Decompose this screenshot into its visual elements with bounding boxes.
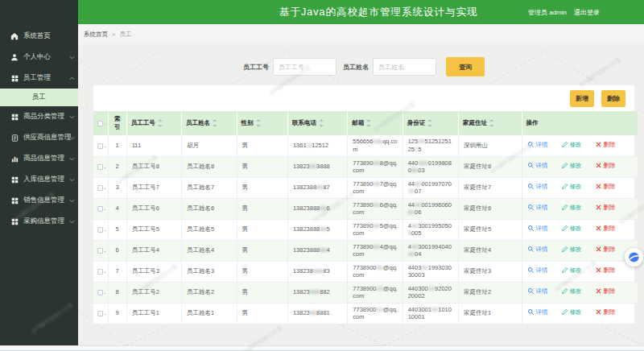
sort-caret-icon[interactable] — [489, 119, 494, 127]
edit-link[interactable]: 修改 — [561, 162, 582, 169]
edit-link[interactable]: 修改 — [561, 183, 582, 190]
detail-link[interactable]: 详情 — [527, 266, 548, 274]
delete-link[interactable]: 删除 — [595, 141, 616, 148]
detail-link-icon — [527, 225, 535, 232]
sort-caret-icon[interactable] — [158, 119, 163, 127]
sort-caret-icon[interactable] — [256, 119, 261, 127]
delete-link[interactable]: 删除 — [595, 246, 616, 253]
detail-link[interactable]: 详情 — [527, 141, 548, 148]
cell-employee-name: 员工姓名7 — [182, 177, 237, 198]
delete-link[interactable]: 删除 — [595, 183, 616, 190]
detail-link[interactable]: 详情 — [527, 204, 548, 211]
delete-link[interactable]: 删除 — [595, 266, 616, 274]
sidebar-item-purchase-mgmt[interactable]: 采购信息管理 — [0, 211, 78, 232]
delete-link[interactable]: 删除 — [595, 225, 616, 232]
table-row: 1111胡月男136111125125566565@qq.com12555512… — [93, 135, 638, 156]
column-header-phone[interactable]: 联系电话 — [287, 111, 347, 135]
logout-link[interactable]: 退出登录 — [574, 8, 600, 17]
column-header-ops: 操作 — [522, 111, 638, 135]
delete-link[interactable]: 删除 — [595, 204, 616, 211]
edit-link[interactable]: 修改 — [561, 141, 582, 148]
employee-name-input[interactable] — [373, 58, 436, 76]
chevron-down-icon — [68, 136, 75, 140]
edit-link[interactable]: 修改 — [561, 287, 582, 295]
row-checkbox[interactable] — [97, 227, 103, 233]
horizontal-scrollbar[interactable] — [0, 345, 644, 351]
edit-link[interactable]: 修改 — [561, 246, 582, 253]
row-checkbox[interactable] — [97, 143, 103, 149]
cell-phone: 13823888883 — [287, 261, 347, 282]
sidebar-item-home[interactable]: 系统首页 — [0, 26, 78, 47]
column-header-address[interactable]: 家庭住址 — [459, 111, 522, 135]
column-header-no[interactable]: 员工工号 — [126, 111, 181, 135]
cell-address: 深圳南山 — [459, 135, 522, 156]
cell-address: 家庭住址7 — [459, 177, 522, 198]
edit-link[interactable]: 修改 — [561, 308, 582, 316]
table-row: 8员工工号2员工姓名2男13823888882773890020@qq.com4… — [93, 282, 638, 303]
edit-link[interactable]: 修改 — [561, 225, 582, 232]
cell-employee-no: 员工工号8 — [126, 156, 181, 177]
sidebar-item-profile[interactable]: 个人中心 — [0, 47, 78, 68]
delete-link[interactable]: 删除 — [595, 287, 616, 295]
detail-link[interactable]: 详情 — [527, 225, 548, 232]
delete-link-icon — [595, 162, 602, 169]
delete-link-icon — [595, 225, 602, 232]
row-checkbox[interactable] — [97, 185, 103, 191]
edit-link[interactable]: 修改 — [561, 266, 582, 274]
detail-link[interactable]: 详情 — [527, 287, 548, 295]
column-header-email[interactable]: 邮箱 — [348, 111, 402, 135]
cell-employee-name: 胡月 — [182, 135, 237, 156]
row-checkbox[interactable] — [97, 290, 103, 295]
row-checkbox[interactable] — [97, 248, 103, 254]
cell-index: 8 — [108, 282, 126, 303]
detail-link[interactable]: 详情 — [527, 308, 548, 316]
cell-email: 5566565@qq.com — [348, 135, 402, 156]
sidebar-item-supplier-mgmt[interactable]: 供应商信息管理 — [0, 127, 78, 148]
edit-link[interactable]: 修改 — [561, 204, 582, 211]
sidebar-item-goods-mgmt[interactable]: 商品信息管理 — [0, 148, 78, 169]
delete-link-icon — [595, 246, 602, 253]
floating-widget-button[interactable] — [625, 248, 643, 266]
detail-link[interactable]: 详情 — [527, 183, 548, 190]
delete-link-icon — [595, 183, 602, 190]
column-header-gender[interactable]: 性别 — [237, 111, 287, 135]
select-all-checkbox[interactable] — [97, 121, 103, 126]
sort-caret-icon[interactable] — [213, 119, 217, 127]
column-label: 操作 — [526, 119, 539, 127]
cell-gender: 男 — [237, 135, 287, 156]
detail-link[interactable]: 详情 — [527, 246, 548, 253]
row-checkbox[interactable] — [97, 206, 103, 212]
row-checkbox[interactable] — [97, 311, 103, 316]
sort-caret-icon[interactable] — [366, 119, 371, 127]
cell-employee-name: 员工姓名4 — [182, 240, 237, 261]
edit-link-icon — [561, 246, 568, 253]
cell-index: 5 — [108, 219, 126, 240]
sort-caret-icon[interactable] — [427, 119, 432, 127]
employee-no-input[interactable] — [273, 58, 336, 76]
delete-link[interactable]: 删除 — [595, 308, 616, 316]
cell-index: 3 — [108, 177, 126, 198]
sort-caret-icon[interactable] — [319, 119, 324, 127]
column-header-name[interactable]: 员工姓名 — [182, 111, 237, 135]
column-header-idcard[interactable]: 身份证 — [402, 111, 458, 135]
delete-link[interactable]: 删除 — [595, 162, 616, 169]
sidebar-item-employee-mgmt[interactable]: 员工管理 — [0, 68, 78, 89]
breadcrumb-current: 员工 — [119, 31, 131, 39]
detail-link[interactable]: 详情 — [527, 162, 548, 169]
cell-email: 773890005@qq.com — [348, 219, 402, 240]
sidebar-item-sales-mgmt[interactable]: 销售信息管理 — [0, 190, 78, 211]
row-checkbox[interactable] — [97, 164, 103, 170]
delete-button[interactable]: 删除 — [601, 90, 625, 107]
sidebar-item-inbound-mgmt[interactable]: 入库信息管理 — [0, 169, 78, 190]
cell-checkbox — [93, 198, 108, 219]
cell-phone: 13823888881 — [287, 303, 347, 324]
row-checkbox[interactable] — [97, 269, 103, 275]
query-button[interactable]: 查询 — [446, 57, 485, 76]
add-button[interactable]: 新增 — [570, 90, 594, 107]
cell-checkbox — [93, 282, 108, 303]
cell-checkbox — [93, 177, 108, 198]
breadcrumb-root[interactable]: 系统首页 — [84, 31, 108, 39]
cell-employee-no: 员工工号5 — [126, 219, 181, 240]
sidebar-subitem-employee[interactable]: 员工 — [0, 89, 78, 106]
sidebar-item-category-mgmt[interactable]: 商品分类管理 — [0, 106, 78, 127]
